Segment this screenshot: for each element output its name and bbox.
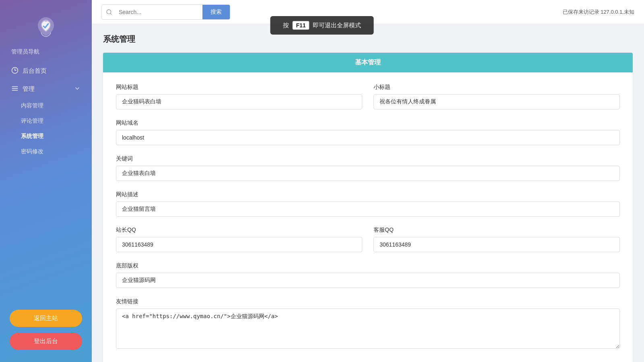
sidebar-item-content[interactable]: 内容管理 — [0, 98, 92, 113]
search-wrapper: 搜索 — [101, 4, 230, 20]
friendly-links-textarea[interactable] — [116, 309, 620, 349]
page-title: 系统管理 — [103, 34, 633, 45]
svg-line-5 — [110, 13, 111, 14]
sidebar-logo — [32, 11, 60, 39]
f11-key-badge: F11 — [292, 21, 309, 30]
form-group-service-qq: 客服QQ — [374, 226, 620, 252]
sidebar-item-system[interactable]: 系统管理 — [0, 129, 92, 144]
form-row-title: 网站标题 小标题 — [116, 84, 620, 109]
subtitle-label: 小标题 — [374, 84, 620, 91]
sidebar-buttons: 返回主站 登出后台 — [0, 302, 92, 362]
admin-qq-input[interactable] — [116, 237, 362, 252]
search-icon — [102, 9, 116, 15]
list-icon — [11, 85, 19, 93]
website-title-label: 网站标题 — [116, 84, 362, 91]
sidebar-content-label: 内容管理 — [21, 102, 43, 109]
form-group-friendly-links: 友情链接 — [116, 298, 620, 350]
card-header: 基本管理 — [103, 53, 633, 72]
service-qq-input[interactable] — [374, 237, 620, 252]
sidebar-item-password[interactable]: 密码修改 — [0, 144, 92, 159]
form-group-admin-qq: 站长QQ — [116, 226, 362, 252]
form-group-description: 网站描述 — [116, 191, 620, 217]
sidebar-item-comments[interactable]: 评论管理 — [0, 113, 92, 129]
fullscreen-prefix: 按 — [283, 22, 289, 29]
admin-qq-label: 站长QQ — [116, 226, 362, 234]
sidebar-password-label: 密码修改 — [21, 148, 43, 155]
return-main-button[interactable]: 返回主站 — [10, 310, 82, 327]
domain-label: 网站域名 — [116, 119, 138, 126]
topbar-status: 已保存来访记录 127.0.0.1,未知 — [563, 8, 634, 16]
sidebar-comments-label: 评论管理 — [21, 117, 43, 125]
sidebar-system-label: 系统管理 — [21, 133, 43, 140]
form-group-domain: 网站域名 — [116, 119, 620, 145]
form-row-qq: 站长QQ 客服QQ — [116, 226, 620, 252]
website-title-input[interactable] — [116, 94, 362, 109]
fullscreen-suffix: 即可退出全屏模式 — [313, 22, 361, 29]
keywords-label: 关键词 — [116, 155, 133, 162]
main-content: 搜索 已保存来访记录 127.0.0.1,未知 系统管理 基本管理 网站标题 小… — [92, 0, 644, 362]
page-body: 系统管理 基本管理 网站标题 小标题 网站域名 — [92, 24, 644, 362]
fullscreen-notice: 按 F11 即可退出全屏模式 — [270, 16, 374, 35]
description-input[interactable] — [116, 202, 620, 217]
logout-button[interactable]: 登出后台 — [10, 333, 82, 350]
keywords-input[interactable] — [116, 166, 620, 181]
search-button[interactable]: 搜索 — [202, 5, 230, 19]
chevron-down-icon — [74, 85, 80, 93]
sidebar-section-header[interactable]: 管理 — [0, 80, 92, 98]
search-input[interactable] — [116, 6, 202, 19]
description-label: 网站描述 — [116, 191, 138, 197]
system-settings-card: 基本管理 网站标题 小标题 网站域名 — [103, 53, 633, 362]
sidebar-nav: 后台首页 管理 — [0, 62, 92, 159]
sidebar-item-home[interactable]: 后台首页 — [0, 62, 92, 80]
sidebar-section-label: 管理 — [23, 85, 35, 93]
form-group-website-title: 网站标题 — [116, 84, 362, 109]
sidebar-sub-items: 内容管理 评论管理 系统管理 密码修改 — [0, 98, 92, 159]
subtitle-input[interactable] — [374, 94, 620, 109]
service-qq-label: 客服QQ — [374, 226, 620, 234]
card-body: 网站标题 小标题 网站域名 关键词 — [103, 72, 633, 362]
footer-copyright-input[interactable] — [116, 273, 620, 288]
sidebar-section-management: 管理 内容管理 评论管理 系统管理 密码修 — [0, 80, 92, 159]
form-group-keywords: 关键词 — [116, 155, 620, 181]
sidebar-admin-label: 管理员导航 — [0, 48, 92, 56]
domain-input[interactable] — [116, 130, 620, 145]
friendly-links-label: 友情链接 — [116, 298, 138, 304]
home-icon — [11, 67, 19, 75]
form-group-subtitle: 小标题 — [374, 84, 620, 109]
form-group-footer: 底部版权 — [116, 262, 620, 288]
sidebar-home-label: 后台首页 — [23, 67, 47, 75]
footer-copyright-label: 底部版权 — [116, 262, 138, 269]
sidebar: 管理员导航 后台首页 — [0, 0, 92, 362]
